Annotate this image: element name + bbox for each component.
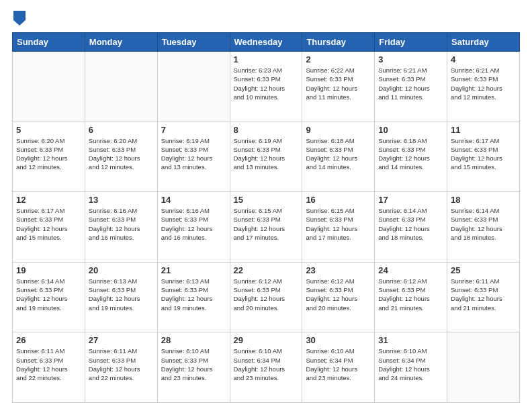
day-cell: 18Sunrise: 6:14 AM Sunset: 6:33 PM Dayli… [447,192,520,263]
weekday-header-thursday: Thursday [302,33,375,52]
weekday-header-row: SundayMondayTuesdayWednesdayThursdayFrid… [13,33,520,52]
day-info: Sunrise: 6:10 AM Sunset: 6:34 PM Dayligh… [306,347,371,382]
day-cell: 1Sunrise: 6:23 AM Sunset: 6:33 PM Daylig… [230,52,302,122]
weekday-header-tuesday: Tuesday [157,33,230,52]
day-number: 19 [16,265,81,275]
day-info: Sunrise: 6:20 AM Sunset: 6:33 PM Dayligh… [89,136,154,172]
day-info: Sunrise: 6:12 AM Sunset: 6:33 PM Dayligh… [306,277,371,312]
day-cell: 17Sunrise: 6:14 AM Sunset: 6:33 PM Dayli… [375,192,447,263]
day-cell [13,52,85,122]
day-number: 3 [378,54,443,64]
weekday-header-monday: Monday [85,33,157,52]
weekday-header-sunday: Sunday [13,33,85,52]
day-cell: 12Sunrise: 6:17 AM Sunset: 6:33 PM Dayli… [13,192,85,263]
day-cell: 7Sunrise: 6:19 AM Sunset: 6:33 PM Daylig… [157,122,230,192]
day-number: 8 [234,125,299,135]
svg-marker-0 [13,11,26,26]
day-info: Sunrise: 6:17 AM Sunset: 6:33 PM Dayligh… [451,136,516,172]
day-cell: 16Sunrise: 6:15 AM Sunset: 6:33 PM Dayli… [302,192,375,263]
day-cell: 27Sunrise: 6:11 AM Sunset: 6:33 PM Dayli… [85,332,157,403]
weekday-header-wednesday: Wednesday [230,33,302,52]
day-number: 12 [16,195,81,205]
week-row-5: 26Sunrise: 6:11 AM Sunset: 6:33 PM Dayli… [13,332,520,403]
day-number: 23 [306,265,371,275]
day-info: Sunrise: 6:19 AM Sunset: 6:33 PM Dayligh… [161,136,226,172]
day-number: 20 [89,265,154,275]
day-info: Sunrise: 6:18 AM Sunset: 6:33 PM Dayligh… [306,136,371,172]
day-cell: 15Sunrise: 6:15 AM Sunset: 6:33 PM Dayli… [230,192,302,263]
day-cell [157,52,230,122]
day-info: Sunrise: 6:16 AM Sunset: 6:33 PM Dayligh… [89,206,154,242]
day-cell: 24Sunrise: 6:12 AM Sunset: 6:33 PM Dayli… [375,262,447,332]
day-number: 22 [234,265,299,275]
day-number: 21 [161,265,226,275]
day-cell: 29Sunrise: 6:10 AM Sunset: 6:34 PM Dayli… [230,332,302,403]
day-cell [447,332,520,403]
day-number: 14 [161,195,226,205]
week-row-4: 19Sunrise: 6:14 AM Sunset: 6:33 PM Dayli… [13,262,520,332]
day-info: Sunrise: 6:15 AM Sunset: 6:33 PM Dayligh… [234,206,299,242]
day-info: Sunrise: 6:23 AM Sunset: 6:33 PM Dayligh… [234,66,299,101]
day-number: 6 [89,125,154,135]
day-cell: 21Sunrise: 6:13 AM Sunset: 6:33 PM Dayli… [157,262,230,332]
week-row-2: 5Sunrise: 6:20 AM Sunset: 6:33 PM Daylig… [13,122,520,192]
day-number: 26 [16,335,81,345]
day-cell: 13Sunrise: 6:16 AM Sunset: 6:33 PM Dayli… [85,192,157,263]
day-cell: 28Sunrise: 6:10 AM Sunset: 6:33 PM Dayli… [157,332,230,403]
day-info: Sunrise: 6:13 AM Sunset: 6:33 PM Dayligh… [89,277,154,312]
day-number: 25 [451,265,516,275]
day-info: Sunrise: 6:11 AM Sunset: 6:33 PM Dayligh… [451,277,516,312]
day-info: Sunrise: 6:13 AM Sunset: 6:33 PM Dayligh… [161,277,226,312]
day-cell: 11Sunrise: 6:17 AM Sunset: 6:33 PM Dayli… [447,122,520,192]
day-number: 27 [89,335,154,345]
day-number: 28 [161,335,226,345]
day-info: Sunrise: 6:18 AM Sunset: 6:33 PM Dayligh… [378,136,443,172]
day-number: 10 [378,125,443,135]
day-cell: 9Sunrise: 6:18 AM Sunset: 6:33 PM Daylig… [302,122,375,192]
logo [12,12,26,26]
page: SundayMondayTuesdayWednesdayThursdayFrid… [0,0,532,411]
day-info: Sunrise: 6:12 AM Sunset: 6:33 PM Dayligh… [234,277,299,312]
day-number: 16 [306,195,371,205]
day-number: 9 [306,125,371,135]
day-number: 1 [234,54,299,64]
day-cell: 23Sunrise: 6:12 AM Sunset: 6:33 PM Dayli… [302,262,375,332]
day-cell: 26Sunrise: 6:11 AM Sunset: 6:33 PM Dayli… [13,332,85,403]
day-info: Sunrise: 6:14 AM Sunset: 6:33 PM Dayligh… [378,206,443,242]
day-cell: 5Sunrise: 6:20 AM Sunset: 6:33 PM Daylig… [13,122,85,192]
day-info: Sunrise: 6:21 AM Sunset: 6:33 PM Dayligh… [451,66,516,101]
day-cell: 25Sunrise: 6:11 AM Sunset: 6:33 PM Dayli… [447,262,520,332]
day-cell: 6Sunrise: 6:20 AM Sunset: 6:33 PM Daylig… [85,122,157,192]
day-info: Sunrise: 6:14 AM Sunset: 6:33 PM Dayligh… [451,206,516,242]
day-number: 7 [161,125,226,135]
day-cell: 10Sunrise: 6:18 AM Sunset: 6:33 PM Dayli… [375,122,447,192]
day-cell: 4Sunrise: 6:21 AM Sunset: 6:33 PM Daylig… [447,52,520,122]
day-number: 31 [378,335,443,345]
day-info: Sunrise: 6:10 AM Sunset: 6:34 PM Dayligh… [378,347,443,382]
week-row-3: 12Sunrise: 6:17 AM Sunset: 6:33 PM Dayli… [13,192,520,263]
day-number: 15 [234,195,299,205]
week-row-1: 1Sunrise: 6:23 AM Sunset: 6:33 PM Daylig… [13,52,520,122]
day-number: 18 [451,195,516,205]
day-cell: 19Sunrise: 6:14 AM Sunset: 6:33 PM Dayli… [13,262,85,332]
day-info: Sunrise: 6:10 AM Sunset: 6:34 PM Dayligh… [234,347,299,382]
day-info: Sunrise: 6:21 AM Sunset: 6:33 PM Dayligh… [378,66,443,101]
day-info: Sunrise: 6:15 AM Sunset: 6:33 PM Dayligh… [306,206,371,242]
day-cell: 30Sunrise: 6:10 AM Sunset: 6:34 PM Dayli… [302,332,375,403]
day-cell: 8Sunrise: 6:19 AM Sunset: 6:33 PM Daylig… [230,122,302,192]
day-cell [85,52,157,122]
day-cell: 14Sunrise: 6:16 AM Sunset: 6:33 PM Dayli… [157,192,230,263]
day-info: Sunrise: 6:12 AM Sunset: 6:33 PM Dayligh… [378,277,443,312]
day-info: Sunrise: 6:22 AM Sunset: 6:33 PM Dayligh… [306,66,371,101]
day-number: 24 [378,265,443,275]
header [12,12,520,26]
day-number: 13 [89,195,154,205]
day-cell: 22Sunrise: 6:12 AM Sunset: 6:33 PM Dayli… [230,262,302,332]
day-cell: 20Sunrise: 6:13 AM Sunset: 6:33 PM Dayli… [85,262,157,332]
day-info: Sunrise: 6:19 AM Sunset: 6:33 PM Dayligh… [234,136,299,172]
day-info: Sunrise: 6:11 AM Sunset: 6:33 PM Dayligh… [89,347,154,382]
day-info: Sunrise: 6:11 AM Sunset: 6:33 PM Dayligh… [16,347,81,382]
weekday-header-friday: Friday [375,33,447,52]
day-number: 30 [306,335,371,345]
day-number: 2 [306,54,371,64]
